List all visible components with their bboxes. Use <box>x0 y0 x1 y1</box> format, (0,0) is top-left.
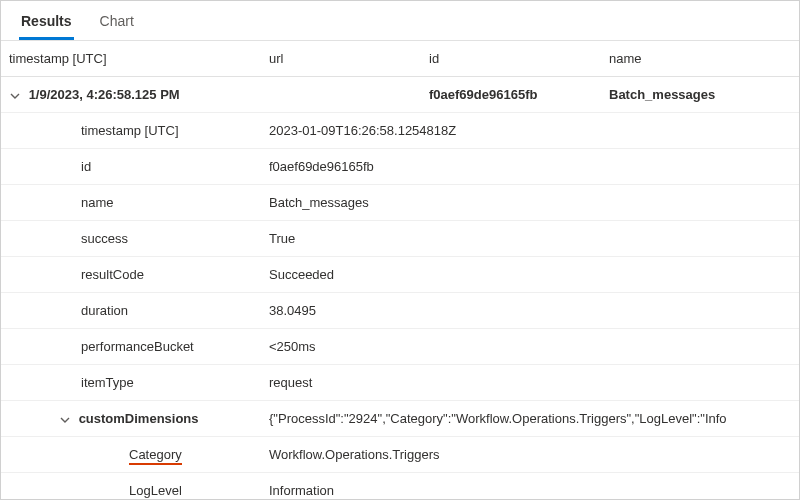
detail-key-perfbucket: performanceBucket <box>1 329 261 365</box>
detail-val-perfbucket: <250ms <box>261 329 799 365</box>
table-header-row: timestamp [UTC] url id name <box>1 41 799 77</box>
summary-url <box>261 77 421 113</box>
results-table: timestamp [UTC] url id name 1/9/2023, 4:… <box>1 41 799 499</box>
detail-val-itemtype: request <box>261 365 799 401</box>
detail-row-customdims[interactable]: customDimensions {"ProcessId":"2924","Ca… <box>1 401 799 437</box>
detail-key-itemtype: itemType <box>1 365 261 401</box>
detail-key-resultcode: resultCode <box>1 257 261 293</box>
summary-timestamp: 1/9/2023, 4:26:58.125 PM <box>29 87 180 102</box>
col-header-name[interactable]: name <box>601 41 799 77</box>
col-header-url[interactable]: url <box>261 41 421 77</box>
detail-key-id: id <box>1 149 261 185</box>
detail-key-timestamp: timestamp [UTC] <box>1 113 261 149</box>
detail-row-name: name Batch_messages <box>1 185 799 221</box>
detail-val-name: Batch_messages <box>261 185 799 221</box>
detail-val-duration: 38.0495 <box>261 293 799 329</box>
nested-key-loglevel: LogLevel <box>1 473 261 500</box>
detail-key-name: name <box>1 185 261 221</box>
col-header-id[interactable]: id <box>421 41 601 77</box>
detail-val-success: True <box>261 221 799 257</box>
detail-val-customdims: {"ProcessId":"2924","Category":"Workflow… <box>261 401 799 437</box>
detail-val-timestamp: 2023-01-09T16:26:58.1254818Z <box>261 113 799 149</box>
detail-val-resultcode: Succeeded <box>261 257 799 293</box>
chevron-down-icon[interactable] <box>59 412 71 426</box>
tab-results[interactable]: Results <box>19 3 74 40</box>
detail-val-id: f0aef69de96165fb <box>261 149 799 185</box>
col-header-timestamp[interactable]: timestamp [UTC] <box>1 41 261 77</box>
nested-key-category: Category <box>129 447 182 465</box>
nested-row-loglevel: LogLevel Information <box>1 473 799 500</box>
detail-row-itemtype: itemType request <box>1 365 799 401</box>
chevron-down-icon[interactable] <box>9 88 21 102</box>
detail-row-timestamp: timestamp [UTC] 2023-01-09T16:26:58.1254… <box>1 113 799 149</box>
detail-key-success: success <box>1 221 261 257</box>
detail-row-resultcode: resultCode Succeeded <box>1 257 799 293</box>
nested-val-category: Workflow.Operations.Triggers <box>261 437 799 473</box>
results-table-wrap: timestamp [UTC] url id name 1/9/2023, 4:… <box>1 41 799 499</box>
detail-row-success: success True <box>1 221 799 257</box>
detail-key-duration: duration <box>1 293 261 329</box>
detail-row-duration: duration 38.0495 <box>1 293 799 329</box>
nested-row-category: Category Workflow.Operations.Triggers <box>1 437 799 473</box>
summary-name: Batch_messages <box>601 77 799 113</box>
detail-row-perfbucket: performanceBucket <250ms <box>1 329 799 365</box>
tab-bar: Results Chart <box>1 1 799 41</box>
tab-chart[interactable]: Chart <box>98 3 136 40</box>
detail-key-customdims: customDimensions <box>79 411 199 426</box>
detail-row-id: id f0aef69de96165fb <box>1 149 799 185</box>
summary-id: f0aef69de96165fb <box>421 77 601 113</box>
summary-row[interactable]: 1/9/2023, 4:26:58.125 PM f0aef69de96165f… <box>1 77 799 113</box>
nested-val-loglevel: Information <box>261 473 799 500</box>
